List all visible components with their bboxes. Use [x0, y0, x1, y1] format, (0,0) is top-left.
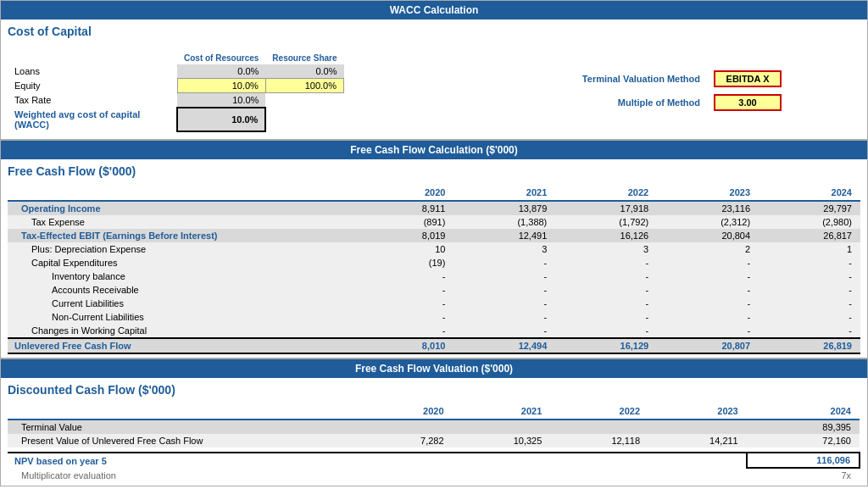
- val-section: Free Cash Flow Valuation ($'000) Discoun…: [0, 358, 868, 486]
- pv-2022: 12,118: [550, 434, 648, 447]
- fcf-row-ebit: Tax-Effected EBIT (Earnings Before Inter…: [8, 229, 860, 242]
- mult-2024: 7x: [747, 468, 860, 482]
- cl-2023: -: [657, 297, 759, 310]
- npv-2021: [453, 453, 551, 468]
- ebit-2020: 8,019: [366, 229, 454, 242]
- ebit-2024: 26,817: [759, 229, 860, 242]
- dep-2024: 1: [759, 242, 860, 256]
- cl-label: Current Liabilities: [8, 297, 366, 310]
- oi-2021: 13,879: [453, 201, 555, 215]
- ncl-2021: -: [453, 310, 555, 324]
- terminal-row: Terminal Valuation Method EBITDA X: [531, 70, 782, 87]
- loans-cost[interactable]: 0.0%: [177, 64, 265, 79]
- wc-label: Changes in Working Capital: [8, 324, 366, 338]
- fcf-year-2021: 2021: [453, 185, 555, 201]
- val-header-row: 2020 2021 2022 2023 2024: [8, 403, 860, 420]
- dep-2021: 3: [453, 242, 555, 256]
- fcf-header-row: 2020 2021 2022 2023 2024: [8, 185, 860, 201]
- terminal-value[interactable]: EBITDA X: [714, 70, 782, 87]
- taxrate-cost[interactable]: 10.0%: [177, 93, 265, 108]
- fcf-row-cl: Current Liabilities - - - - -: [8, 297, 860, 310]
- equity-label: Equity: [8, 79, 177, 93]
- te-2023: (2,312): [657, 215, 759, 229]
- wacc-right: Terminal Valuation Method EBITDA X Multi…: [531, 48, 782, 132]
- ar-2023: -: [657, 283, 759, 297]
- oi-2020: 8,911: [366, 201, 454, 215]
- capex-2021: -: [453, 256, 555, 270]
- tv-2020: [365, 420, 453, 434]
- ebit-2022: 16,126: [555, 229, 657, 242]
- fcf-row-capex: Capital Expenditures (19) - - - -: [8, 256, 860, 270]
- col-share-header: Resource Share: [265, 52, 343, 64]
- wacc-table: Cost of Resources Resource Share Loans 0…: [8, 52, 344, 132]
- wacc-row-taxrate: Tax Rate 10.0%: [8, 93, 344, 108]
- inv-2020: -: [366, 270, 454, 283]
- mult-label: Multiplicator evaluation: [8, 468, 365, 482]
- fcf-year-2020: 2020: [366, 185, 454, 201]
- multiple-label: Multiple of Method: [531, 97, 700, 108]
- wacc-label: Weighted avg cost of capital (WACC): [8, 108, 177, 131]
- oi-2024: 29,797: [759, 201, 860, 215]
- cl-2024: -: [759, 297, 860, 310]
- capex-2024: -: [759, 256, 860, 270]
- ebit-label: Tax-Effected EBIT (Earnings Before Inter…: [8, 229, 366, 242]
- wacc-row-equity: Equity 10.0% 100.0%: [8, 79, 344, 93]
- capex-2022: -: [555, 256, 657, 270]
- equity-cost[interactable]: 10.0%: [177, 79, 265, 93]
- val-row-pv: Present Value of Unlevered Free Cash Flo…: [8, 434, 860, 447]
- val-year-2024: 2024: [747, 403, 860, 420]
- ncl-2023: -: [657, 310, 759, 324]
- cl-2021: -: [453, 297, 555, 310]
- te-2021: (1,388): [453, 215, 555, 229]
- wc-2023: -: [657, 324, 759, 338]
- wacc-share-empty: [265, 108, 343, 131]
- terminal-label: Terminal Valuation Method: [531, 74, 700, 84]
- ulfcf-2020: 8,010: [366, 338, 454, 353]
- wc-2020: -: [366, 324, 454, 338]
- val-year-2021: 2021: [453, 403, 551, 420]
- npv-2020: [365, 453, 453, 468]
- ar-2021: -: [453, 283, 555, 297]
- wacc-row-wacc: Weighted avg cost of capital (WACC) 10.0…: [8, 108, 344, 131]
- cl-2020: -: [366, 297, 454, 310]
- wacc-section-title: Cost of Capital: [1, 19, 867, 42]
- wacc-left: Cost of Resources Resource Share Loans 0…: [8, 48, 344, 132]
- inventory-label: Inventory balance: [8, 270, 366, 283]
- wc-2022: -: [555, 324, 657, 338]
- pv-label: Present Value of Unlevered Free Cash Flo…: [8, 434, 365, 447]
- npv-2023: [648, 453, 747, 468]
- wc-2024: -: [759, 324, 860, 338]
- ncl-label: Non-Current Liabilities: [8, 310, 366, 324]
- ncl-2024: -: [759, 310, 860, 324]
- loans-share[interactable]: 0.0%: [265, 64, 343, 79]
- mult-2020: [365, 468, 453, 482]
- operating-income-label: Operating Income: [8, 201, 366, 215]
- val-body: 2020 2021 2022 2023 2024 Terminal Value …: [1, 400, 867, 486]
- col-cost-header: Cost of Resources: [177, 52, 265, 64]
- pv-2020: 7,282: [365, 434, 453, 447]
- val-section-title: Discounted Cash Flow ($'000): [1, 378, 867, 400]
- fcf-row-wc: Changes in Working Capital - - - - -: [8, 324, 860, 338]
- wacc-body: Cost of Resources Resource Share Loans 0…: [1, 42, 867, 139]
- fcf-row-ulfcf: Unlevered Free Cash Flow 8,010 12,494 16…: [8, 338, 860, 353]
- ncl-2020: -: [366, 310, 454, 324]
- multiple-row: Multiple of Method 3.00: [531, 94, 782, 111]
- terminal-value-label: Terminal Value: [8, 420, 365, 434]
- fcf-section: Free Cash Flow Calculation ($'000) Free …: [0, 140, 868, 358]
- multiple-value[interactable]: 3.00: [714, 94, 782, 111]
- val-row-mult: Multiplicator evaluation 7x: [8, 468, 860, 482]
- ncl-2022: -: [555, 310, 657, 324]
- tv-2023: [648, 420, 747, 434]
- val-row-npv: NPV based on year 5 116,096: [8, 453, 860, 468]
- te-2022: (1,792): [555, 215, 657, 229]
- tv-2024: 89,395: [747, 420, 860, 434]
- equity-share[interactable]: 100.0%: [265, 79, 343, 93]
- inv-2023: -: [657, 270, 759, 283]
- fcf-row-inventory: Inventory balance - - - - -: [8, 270, 860, 283]
- ulfcf-2023: 20,807: [657, 338, 759, 353]
- dep-2022: 3: [555, 242, 657, 256]
- wacc-value[interactable]: 10.0%: [177, 108, 265, 131]
- ebit-2023: 20,804: [657, 229, 759, 242]
- npv-2024: 116,096: [747, 453, 860, 468]
- dep-2020: 10: [366, 242, 454, 256]
